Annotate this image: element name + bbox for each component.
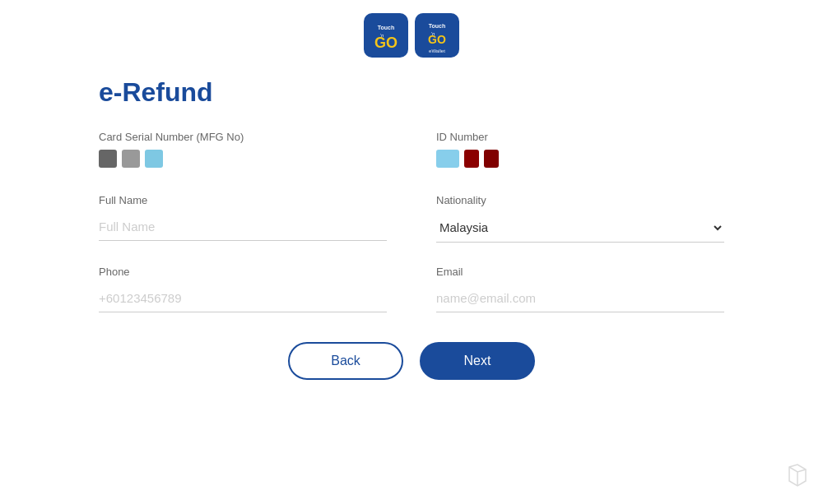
id-dot-3 bbox=[484, 150, 499, 168]
watermark-icon bbox=[785, 463, 810, 488]
header: Touch 'n GO Touch 'n GO eWallet bbox=[0, 0, 823, 58]
nationality-select[interactable]: Malaysia Singapore Thailand Indonesia Ph… bbox=[436, 213, 724, 243]
next-button[interactable]: Next bbox=[420, 342, 535, 380]
watermark bbox=[785, 463, 810, 491]
id-dot-2 bbox=[464, 150, 479, 168]
buttons-row: Back Next bbox=[99, 342, 724, 380]
card-serial-label: Card Serial Number (MFG No) bbox=[99, 131, 387, 143]
dot-1 bbox=[99, 150, 117, 168]
tng-ewallet-logo: Touch 'n GO eWallet bbox=[415, 13, 459, 58]
svg-text:GO: GO bbox=[374, 35, 398, 51]
email-label: Email bbox=[436, 266, 724, 278]
svg-text:GO: GO bbox=[428, 33, 446, 46]
email-input[interactable] bbox=[436, 284, 724, 312]
full-name-input[interactable] bbox=[99, 213, 387, 241]
id-dot-1 bbox=[436, 150, 459, 168]
dot-3 bbox=[145, 150, 163, 168]
id-number-group: ID Number bbox=[436, 131, 724, 171]
nationality-label: Nationality bbox=[436, 194, 724, 206]
tng-logo-1: Touch 'n GO bbox=[364, 13, 408, 58]
email-group: Email bbox=[436, 266, 724, 312]
page-title: e-Refund bbox=[99, 77, 724, 108]
phone-input[interactable] bbox=[99, 284, 387, 312]
form-row-3: Phone Email bbox=[99, 266, 724, 312]
full-name-group: Full Name bbox=[99, 194, 387, 243]
full-name-label: Full Name bbox=[99, 194, 387, 206]
main-content: e-Refund Card Serial Number (MFG No) ID … bbox=[0, 58, 823, 380]
svg-text:Touch: Touch bbox=[378, 25, 394, 30]
card-serial-group: Card Serial Number (MFG No) bbox=[99, 131, 387, 171]
svg-text:Touch: Touch bbox=[429, 23, 445, 29]
dot-2 bbox=[122, 150, 140, 168]
svg-text:eWallet: eWallet bbox=[429, 49, 445, 53]
id-number-dots bbox=[436, 150, 724, 168]
phone-label: Phone bbox=[99, 266, 387, 278]
card-serial-dots bbox=[99, 150, 387, 168]
phone-group: Phone bbox=[99, 266, 387, 312]
id-number-label: ID Number bbox=[436, 131, 724, 143]
form-row-1: Card Serial Number (MFG No) ID Number bbox=[99, 131, 724, 171]
nationality-group: Nationality Malaysia Singapore Thailand … bbox=[436, 194, 724, 243]
form-row-2: Full Name Nationality Malaysia Singapore… bbox=[99, 194, 724, 243]
back-button[interactable]: Back bbox=[288, 342, 403, 380]
